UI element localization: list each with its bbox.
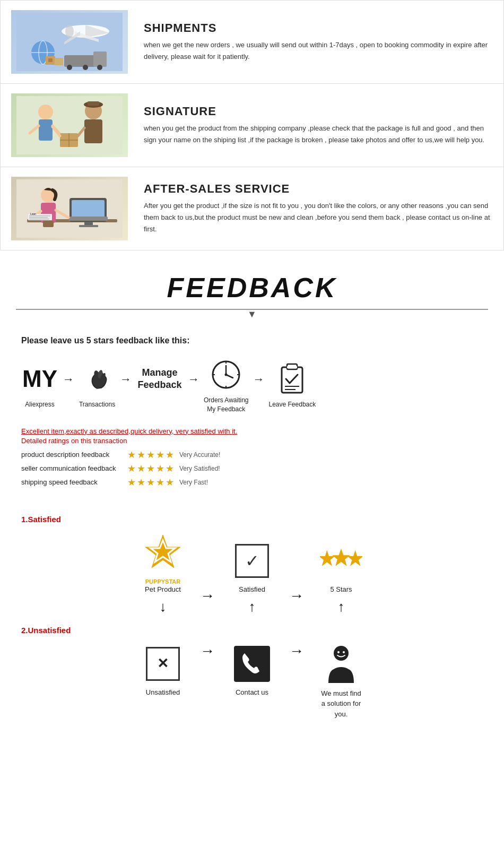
checkmark-label: Satisfied — [239, 585, 265, 593]
unsatisfied-node-label: Unsatisfied — [146, 688, 180, 696]
aliexpress-label: Aliexpress — [25, 400, 54, 409]
puppystar-icon — [142, 532, 184, 574]
orders-awaiting-label: Orders AwaitingMy Feedback — [204, 396, 249, 414]
checkmark-node: ✓ Satisfied — [231, 540, 273, 593]
svg-text:Lean: Lean — [30, 212, 36, 215]
aliexpress-icon: MY — [21, 360, 58, 397]
svg-point-72 — [337, 651, 340, 653]
svg-rect-36 — [79, 225, 98, 227]
svg-point-73 — [343, 651, 345, 653]
signature-text: when you get the product from the shippi… — [144, 123, 493, 146]
stars-product: ★★★★★ — [127, 449, 175, 461]
shipments-text: when we get the new orders , we usually … — [144, 39, 493, 63]
svg-rect-42 — [43, 221, 54, 227]
svg-point-3 — [65, 25, 74, 38]
arrow-4: → — [253, 373, 265, 397]
rating-label-shipping: shipping speed feedback — [21, 478, 127, 486]
satisfied-label: 1.Satisfied — [21, 515, 483, 524]
clipboard-icon — [274, 360, 311, 397]
svg-point-11 — [67, 65, 72, 70]
solution-label: We must finda solution foryou. — [321, 688, 361, 720]
up-arrow-check: ↑ — [249, 599, 256, 615]
arrow-3: → — [188, 373, 199, 397]
stars-seller: ★★★★★ — [127, 463, 175, 474]
svg-rect-19 — [39, 119, 53, 141]
flow-step-transactions: Transactions — [79, 360, 116, 409]
svg-rect-25 — [88, 101, 99, 106]
svg-rect-45 — [29, 217, 48, 218]
unsat-arrow-2: → — [289, 643, 304, 670]
rating-text-seller: Very Satisfied! — [179, 465, 220, 472]
excellent-text: Excellent item,exactly as described,quic… — [21, 427, 483, 435]
svg-point-55 — [225, 374, 228, 376]
transactions-label: Transactions — [79, 400, 115, 409]
solution-node: We must finda solution foryou. — [320, 643, 362, 720]
svg-rect-34 — [72, 200, 105, 219]
svg-rect-62 — [287, 366, 297, 368]
puppystar-label: PUPPYSTAR Pet Product — [145, 577, 181, 593]
svg-rect-23 — [84, 119, 102, 143]
detailed-text: Detailed ratings on this transaction — [21, 437, 483, 445]
unsatisfied-node: ✕ Unsatisfied — [142, 643, 184, 696]
svg-point-71 — [334, 646, 349, 661]
shipments-title: SHIPMENTS — [144, 21, 493, 35]
stars-headline: Please leave us 5 stars feedback like th… — [21, 336, 483, 345]
svg-point-12 — [83, 65, 88, 70]
rating-row-seller: seller communication feedback ★★★★★ Very… — [21, 463, 483, 474]
info-section: SHIPMENTS when we get the new orders , w… — [0, 0, 504, 250]
checkmark-col: ✓ Satisfied ↑ — [231, 540, 273, 615]
svg-rect-10 — [93, 51, 107, 67]
unsatisfied-label: 2.Unsatisfied — [21, 626, 483, 635]
signature-title: SIGNATURE — [144, 105, 493, 118]
transactions-icon — [79, 360, 116, 397]
shipments-content: SHIPMENTS when we get the new orders , w… — [144, 21, 493, 63]
shipments-row: SHIPMENTS when we get the new orders , w… — [1, 1, 503, 84]
checkmark-icon: ✓ — [231, 540, 273, 582]
phone-icon — [231, 643, 273, 685]
sat-arrow-2: → — [289, 587, 304, 615]
down-arrow: ↓ — [160, 599, 167, 615]
flow-step-manage: ManageFeedback - — [136, 360, 184, 409]
puppystar-node: PUPPYSTAR Pet Product — [142, 532, 184, 593]
person-icon — [320, 643, 362, 685]
feedback-header-section: FEEDBACK — [0, 250, 504, 309]
contact-node: Contact us — [231, 643, 273, 696]
flow-step-leave-feedback: Leave Feedback — [269, 360, 316, 409]
svg-rect-70 — [234, 646, 270, 682]
aftersales-row: Lean Lean AFTER-SALES SERVICE After you … — [1, 167, 503, 250]
up-arrow-stars: ↑ — [338, 599, 345, 615]
svg-rect-15 — [48, 58, 53, 62]
signature-image — [11, 93, 128, 157]
contact-label: Contact us — [236, 688, 268, 696]
rating-text-shipping: Very Fast! — [179, 479, 208, 486]
svg-rect-37 — [68, 217, 108, 221]
arrow-1: → — [63, 373, 74, 397]
svg-point-18 — [38, 105, 53, 119]
rating-row-product: product description feedback ★★★★★ Very … — [21, 449, 483, 461]
svg-rect-46 — [29, 219, 49, 220]
five-stars-node: 5 Stars — [320, 540, 362, 593]
aftersales-image: Lean Lean — [11, 177, 128, 240]
feedback-title: FEEDBACK — [0, 272, 504, 304]
stars-section: Please leave us 5 stars feedback like th… — [0, 320, 504, 509]
aftersales-content: AFTER-SALES SERVICE After you get the pr… — [144, 182, 493, 235]
shipment-image — [11, 10, 128, 74]
unsat-arrow-1: → — [200, 643, 215, 670]
aftersales-text: After you get the product ,if the size i… — [144, 200, 493, 235]
rating-text-product: Very Accurate! — [179, 451, 220, 459]
flow-step-orders-awaiting: Orders AwaitingMy Feedback — [204, 356, 249, 414]
sat-arrow-1: → — [200, 587, 215, 615]
xmark-icon: ✕ — [142, 643, 184, 685]
feedback-divider-arrow: ▼ — [0, 309, 504, 320]
unsatisfied-flow-row: ✕ Unsatisfied → Contact us → — [21, 643, 483, 720]
feedback-sample: Excellent item,exactly as described,quic… — [21, 427, 483, 488]
stars-shipping: ★★★★★ — [127, 477, 175, 488]
svg-marker-67 — [320, 550, 335, 566]
rating-label-seller: seller communication feedback — [21, 464, 127, 472]
signature-row: SIGNATURE when you get the product from … — [1, 84, 503, 167]
five-stars-label: 5 Stars — [330, 585, 352, 593]
svg-rect-44 — [29, 215, 50, 217]
svg-marker-69 — [347, 550, 362, 566]
svg-point-13 — [97, 65, 102, 70]
signature-content: SIGNATURE when you get the product from … — [144, 105, 493, 146]
